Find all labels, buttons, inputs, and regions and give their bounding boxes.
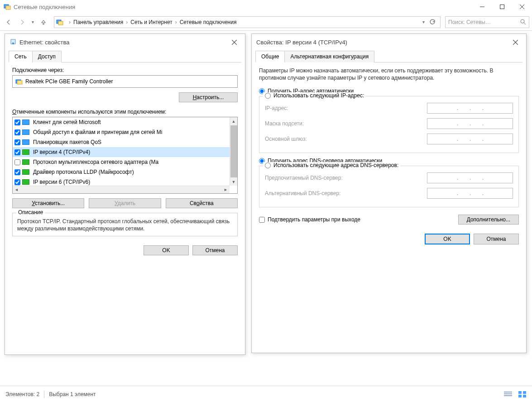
ip-address-input: ... — [427, 103, 513, 114]
breadcrumb-item[interactable]: Сетевые подключения — [180, 19, 237, 25]
back-button[interactable] — [3, 16, 14, 28]
manual-ip-group: Использовать следующий IP-адрес: IP-адре… — [259, 96, 519, 153]
svg-point-8 — [521, 19, 524, 23]
component-row[interactable]: Планировщик пакетов QoS — [13, 137, 237, 147]
dialog-close-button[interactable] — [228, 36, 240, 48]
refresh-button[interactable] — [427, 16, 438, 28]
tab-network[interactable]: Сеть — [9, 51, 33, 62]
breadcrumb-item[interactable]: Сеть и Интернет — [130, 19, 172, 25]
dialog-close-button[interactable] — [509, 36, 522, 48]
ipv4-body: Параметры IP можно назначать автоматичес… — [252, 62, 526, 229]
components-label: Отмеченные компоненты используются этим … — [12, 109, 238, 115]
details-view-icon[interactable] — [504, 391, 512, 397]
ethernet-footer: OK Отмена — [5, 241, 245, 262]
validate-checkbox-row[interactable]: Подтвердить параметры при выходе — [259, 216, 360, 223]
chevron-right-icon: › — [173, 19, 180, 25]
scroll-left-icon[interactable]: ◄ — [13, 186, 20, 194]
vertical-scrollbar[interactable]: ▲ ▼ — [230, 117, 237, 186]
configure-button[interactable]: Настроить... — [179, 92, 238, 102]
radio-manual-ip[interactable]: Использовать следующий IP-адрес: — [265, 92, 364, 99]
component-icon — [22, 129, 29, 135]
ip-address-label: IP-адрес: — [265, 105, 427, 111]
history-dropdown-icon[interactable]: ▾ — [32, 19, 34, 24]
breadcrumb-bar[interactable]: › Панель управления › Сеть и Интернет › … — [54, 16, 441, 28]
scroll-right-icon[interactable]: ► — [222, 186, 230, 194]
chevron-right-icon: › — [123, 19, 130, 25]
tab-access[interactable]: Доступ — [32, 51, 62, 62]
component-checkbox[interactable] — [14, 129, 20, 135]
components-list[interactable]: Клиент для сетей MicrosoftОбщий доступ к… — [12, 117, 238, 194]
component-checkbox[interactable] — [14, 169, 20, 175]
subnet-mask-input: ... — [427, 118, 513, 129]
search-input[interactable]: Поиск: Сетевы… — [445, 16, 529, 28]
subnet-mask-label: Маска подсети: — [265, 120, 427, 127]
window-title: Сетевые подключения — [14, 4, 75, 10]
properties-button[interactable]: Свойства — [166, 198, 238, 208]
network-folder-icon — [4, 3, 11, 10]
component-row[interactable]: IP версии 4 (TCP/IPv4) — [13, 147, 237, 157]
breadcrumb-dropdown-icon[interactable]: ▾ — [422, 19, 425, 24]
component-icon — [22, 169, 29, 175]
chevron-right-icon: › — [66, 19, 73, 25]
ipv4-tabs: Общие Альтернативная конфигурация — [255, 50, 522, 62]
gateway-label: Основной шлюз: — [265, 136, 427, 142]
minimize-button[interactable] — [472, 0, 492, 14]
selected-count-label: Выбран 1 элемент — [49, 391, 96, 397]
network-connections-icon — [56, 19, 63, 26]
adapter-name: Realtek PCIe GBE Family Controller — [25, 78, 113, 85]
items-count-label: Элементов: 2 — [5, 391, 39, 397]
description-text: Протокол TCP/IP. Стандартный протокол гл… — [17, 218, 233, 232]
component-row[interactable]: Общий доступ к файлам и принтерам для се… — [13, 127, 237, 137]
cancel-button[interactable]: Отмена — [192, 245, 238, 255]
maximize-button[interactable] — [492, 0, 512, 14]
component-label: Общий доступ к файлам и принтерам для се… — [33, 129, 162, 135]
adapter-field[interactable]: Realtek PCIe GBE Family Controller — [12, 75, 238, 88]
ethernet-tabs: Сеть Доступ — [9, 50, 241, 62]
component-label: Планировщик пакетов QoS — [33, 139, 101, 145]
tab-general[interactable]: Общие — [255, 51, 285, 62]
component-label: Клиент для сетей Microsoft — [33, 119, 101, 125]
component-checkbox[interactable] — [14, 120, 20, 125]
radio-manual-ip-input[interactable] — [265, 93, 271, 99]
dialog-titlebar: Ethernet: свойства — [5, 34, 245, 50]
forward-button[interactable] — [16, 16, 28, 28]
radio-manual-dns-input[interactable] — [265, 163, 271, 168]
ok-button[interactable]: OK — [144, 245, 189, 255]
scroll-thumb[interactable] — [230, 125, 237, 177]
cancel-button[interactable]: Отмена — [474, 234, 519, 244]
advanced-button[interactable]: Дополнительно... — [458, 215, 519, 225]
up-button[interactable] — [38, 16, 49, 28]
alternate-dns-input: ... — [427, 188, 513, 199]
component-row[interactable]: Протокол мультиплексора сетевого адаптер… — [13, 157, 237, 167]
svg-rect-21 — [518, 391, 522, 394]
horizontal-scrollbar[interactable]: ◄ ► — [13, 186, 230, 193]
component-label: Драйвер протокола LLDP (Майкрософт) — [33, 169, 134, 175]
scroll-down-icon[interactable]: ▼ — [230, 178, 238, 186]
validate-checkbox[interactable] — [259, 217, 265, 223]
svg-rect-18 — [504, 392, 512, 392]
ok-button[interactable]: OK — [425, 234, 470, 244]
dialog-title: Ethernet: свойства — [19, 39, 70, 46]
svg-rect-7 — [58, 21, 63, 25]
scroll-up-icon[interactable]: ▲ — [230, 117, 238, 125]
tab-alternate[interactable]: Альтернативная конфигурация — [284, 51, 374, 62]
component-checkbox[interactable] — [14, 149, 20, 155]
svg-rect-11 — [12, 43, 14, 44]
component-row[interactable]: Клиент для сетей Microsoft — [13, 117, 237, 127]
component-row[interactable]: Драйвер протокола LLDP (Майкрософт) — [13, 167, 237, 177]
component-icon — [22, 149, 29, 155]
install-button[interactable]: Установить... — [12, 198, 84, 208]
tiles-view-icon[interactable] — [518, 391, 527, 397]
preferred-dns-input: ... — [427, 172, 513, 183]
svg-rect-23 — [518, 395, 522, 397]
svg-rect-3 — [500, 5, 504, 9]
remove-button: Удалить — [89, 198, 161, 208]
breadcrumb-item[interactable]: Панель управления — [73, 19, 123, 25]
close-button[interactable] — [512, 0, 532, 14]
component-checkbox[interactable] — [14, 179, 20, 185]
component-checkbox[interactable] — [14, 139, 20, 145]
svg-rect-15 — [17, 81, 22, 84]
component-checkbox[interactable] — [14, 159, 20, 165]
radio-manual-dns[interactable]: Использовать следующие адреса DNS-сервер… — [265, 162, 398, 168]
ethernet-properties-dialog: Ethernet: свойства Сеть Доступ Подключен… — [5, 34, 245, 355]
